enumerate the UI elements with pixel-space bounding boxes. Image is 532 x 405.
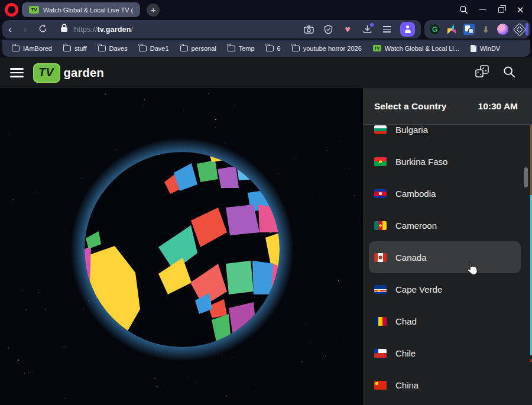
folder-icon — [12, 46, 20, 51]
shield-check-icon[interactable] — [322, 24, 334, 35]
site-header: TV garden — [0, 57, 532, 88]
new-tab-button[interactable]: + — [147, 4, 160, 17]
tv-garden-page: TV garden — [0, 57, 532, 405]
restore-button[interactable] — [495, 4, 507, 16]
country-row-bf[interactable]: Burkina Faso — [369, 145, 521, 177]
logo-tv-badge: TV — [33, 63, 60, 83]
folder-icon — [139, 46, 147, 51]
country-row-cl[interactable]: Chile — [369, 337, 521, 369]
sidebar-handle[interactable] — [525, 23, 528, 35]
bookmark-personal[interactable]: personal — [180, 45, 216, 52]
url-path: / — [131, 25, 134, 34]
tv-garden-logo[interactable]: TV garden — [33, 63, 104, 83]
bookmark-6[interactable]: 6 — [266, 45, 281, 52]
browser-tab[interactable]: TV Watch Global & Local Live TV ( — [22, 2, 140, 17]
browser-window: TV Watch Global & Local Live TV ( + ✕ ‹ … — [0, 0, 532, 405]
folder-icon — [228, 46, 235, 51]
chad-flag-icon — [374, 317, 387, 326]
country-row-td[interactable]: Chad — [369, 305, 521, 337]
bookmark-stuff[interactable]: stuff — [63, 45, 87, 52]
folder-icon — [63, 46, 71, 51]
tv-icon: TV — [373, 45, 381, 51]
secure-lock-icon[interactable] — [60, 24, 68, 35]
local-time: 10:30 AM — [478, 101, 518, 112]
country-row-cn[interactable]: China — [369, 369, 521, 401]
minimize-button[interactable] — [476, 4, 488, 16]
country-list: Bulgaria Burkina Faso Cambodia Cameroon … — [363, 114, 532, 401]
reload-button[interactable] — [33, 24, 53, 34]
favorites-heart-icon[interactable]: ♥ — [342, 24, 353, 35]
site-search-icon[interactable] — [503, 66, 515, 80]
country-row-ca[interactable]: Canada — [369, 241, 521, 273]
page-icon — [471, 45, 476, 52]
country-row-kh[interactable]: Cambodia — [369, 177, 521, 209]
folder-icon — [266, 46, 274, 51]
url-display[interactable]: https://tv.garden/ — [74, 25, 133, 34]
back-button[interactable]: ‹ — [2, 24, 18, 34]
downloader-extension-icon[interactable]: ⬇ — [479, 23, 492, 36]
bulgaria-flag-icon — [374, 125, 387, 134]
download-badge — [370, 23, 374, 27]
country-panel-header: Select a Country 10:30 AM — [363, 88, 532, 125]
close-button[interactable]: ✕ — [514, 4, 526, 16]
folder-icon — [98, 46, 106, 51]
opera-menu-icon[interactable] — [5, 3, 18, 17]
world-globe[interactable] — [70, 137, 294, 362]
bookmark-daves[interactable]: Daves — [98, 45, 128, 52]
country-panel: Bulgaria Burkina Faso Cambodia Cameroon … — [363, 88, 532, 405]
url-scheme: https:// — [74, 25, 97, 34]
cambodia-flag-icon — [374, 189, 387, 198]
snapshot-camera-icon[interactable] — [303, 24, 314, 35]
folder-icon — [180, 46, 188, 51]
bookmark-iambored[interactable]: IAmBored — [12, 45, 52, 52]
bookmark-dave1[interactable]: Dave1 — [139, 45, 169, 52]
cameroon-flag-icon — [374, 221, 387, 230]
extensions-cube-icon[interactable] — [513, 23, 526, 36]
globe-stage[interactable] — [0, 88, 363, 405]
burkina-faso-flag-icon — [374, 157, 387, 166]
person-icon — [404, 25, 411, 33]
hamburger-menu-icon[interactable] — [10, 68, 24, 77]
cape-verde-flag-icon — [374, 285, 387, 294]
bookmark-youtube-horror-2026[interactable]: youtube horror 2026 — [292, 45, 362, 52]
tab-title: Watch Global & Local Live TV ( — [43, 7, 133, 14]
bookmark-temp[interactable]: Temp — [228, 45, 255, 52]
country-row-cv[interactable]: Cape Verde — [369, 273, 521, 305]
mouse-pointer-cursor — [465, 261, 478, 276]
extensions-panel: G ⬇ — [424, 20, 530, 38]
address-toolbar: ‹ › https://tv.garden/ ♥ — [2, 20, 421, 38]
tv-garden-favicon: TV — [29, 6, 39, 14]
layers-extension-icon[interactable] — [445, 23, 458, 36]
china-flag-icon — [374, 381, 387, 390]
url-host: tv.garden — [97, 25, 131, 34]
downloads-icon[interactable] — [361, 24, 373, 35]
canada-flag-icon — [374, 253, 387, 262]
panel-title: Select a Country — [374, 101, 446, 112]
tidy-menu-icon[interactable] — [381, 24, 392, 35]
country-row-cm[interactable]: Cameroon — [369, 209, 521, 241]
search-tabs-icon[interactable] — [458, 4, 469, 16]
password-extension-icon[interactable] — [462, 23, 475, 36]
folder-icon — [292, 46, 300, 51]
grammarly-extension-icon[interactable]: G — [429, 23, 442, 36]
forward-button[interactable]: › — [18, 24, 33, 34]
orb-extension-icon[interactable] — [497, 23, 510, 36]
bookmarks-bar: IAmBored stuff Daves Dave1 personal Temp… — [2, 40, 530, 57]
profile-button[interactable] — [400, 22, 415, 37]
bookmark-watch-global-local-li-[interactable]: TV Watch Global & Local Li... — [373, 45, 459, 52]
bookmark-windv[interactable]: WinDV — [471, 45, 500, 52]
tab-bar: TV Watch Global & Local Live TV ( + ✕ — [0, 0, 532, 20]
logo-garden-text: garden — [64, 66, 104, 80]
random-channel-dice-icon[interactable] — [475, 64, 490, 81]
chile-flag-icon — [374, 349, 387, 358]
list-scrollbar-thumb[interactable] — [524, 167, 528, 187]
